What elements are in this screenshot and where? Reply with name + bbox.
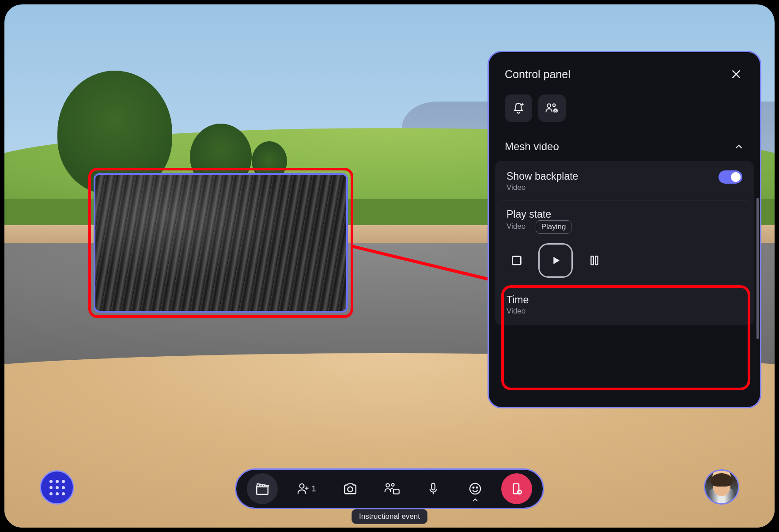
app-menu-button[interactable] — [40, 470, 74, 505]
setting-sublabel: Video — [507, 307, 742, 316]
chevron-up-icon — [472, 498, 478, 502]
people-screen-icon — [384, 482, 400, 496]
svg-point-8 — [300, 484, 304, 488]
viewport: Control panel — [4, 4, 775, 528]
stop-button[interactable] — [509, 253, 524, 268]
stop-icon — [511, 254, 523, 267]
svg-rect-13 — [432, 483, 435, 490]
grid-icon — [49, 480, 65, 495]
screenshare-button[interactable] — [376, 473, 407, 504]
svg-point-11 — [392, 483, 394, 486]
panel-scrollbar[interactable] — [756, 198, 759, 339]
close-button[interactable] — [728, 66, 744, 82]
section-header-mesh-video[interactable]: Mesh video — [489, 132, 760, 161]
setting-play-state: Play state Video Playing — [495, 200, 754, 286]
video-screen-highlight — [88, 168, 353, 318]
play-icon — [549, 254, 562, 267]
section-title: Mesh video — [505, 140, 559, 153]
camera-button[interactable] — [335, 473, 366, 504]
control-panel: Control panel — [488, 51, 761, 408]
backplate-toggle[interactable] — [718, 170, 742, 184]
svg-point-2 — [553, 104, 556, 106]
close-icon — [730, 68, 742, 80]
avatar-button[interactable] — [704, 469, 739, 505]
notify-action-button[interactable] — [505, 94, 532, 122]
people-button[interactable]: 1 — [288, 473, 324, 504]
microphone-icon — [427, 481, 440, 496]
people-action-button[interactable] — [538, 94, 566, 122]
reactions-button[interactable] — [460, 473, 491, 504]
people-count: 1 — [311, 484, 316, 494]
video-content — [95, 175, 346, 311]
setting-label: Time — [507, 294, 742, 306]
setting-label: Play state — [507, 208, 742, 220]
pause-button[interactable] — [587, 253, 602, 268]
svg-point-10 — [386, 483, 390, 487]
play-controls — [509, 243, 742, 278]
camera-icon — [343, 481, 358, 496]
people-mic-icon — [545, 102, 559, 115]
play-state-badge: Playing — [536, 220, 572, 234]
mic-button[interactable] — [418, 473, 449, 504]
smiley-icon — [468, 482, 482, 496]
panel-title: Control panel — [505, 68, 571, 81]
bottom-toolbar: 1 — [235, 468, 544, 509]
chevron-up-icon — [734, 141, 744, 152]
clapperboard-icon — [255, 481, 270, 496]
play-button[interactable] — [538, 243, 573, 278]
svg-point-16 — [476, 487, 477, 488]
avatar-hair — [711, 473, 732, 487]
setting-sublabel: Video — [507, 222, 526, 230]
pause-icon — [589, 254, 600, 267]
svg-rect-7 — [595, 256, 597, 265]
setting-time: Time Video — [495, 286, 754, 324]
setting-show-backplate: Show backplate Video — [495, 162, 754, 200]
person-icon — [296, 482, 310, 495]
svg-point-1 — [547, 104, 551, 107]
svg-rect-4 — [555, 109, 556, 112]
clapper-button[interactable] — [247, 473, 278, 504]
setting-sublabel: Video — [507, 183, 578, 192]
svg-rect-5 — [513, 257, 521, 265]
leave-button[interactable] — [501, 473, 532, 504]
toolbar-tooltip: Instructional event — [352, 509, 427, 524]
video-screen[interactable] — [94, 173, 348, 313]
svg-point-15 — [473, 487, 474, 488]
svg-point-14 — [470, 483, 480, 494]
svg-rect-6 — [591, 256, 593, 265]
svg-rect-12 — [393, 489, 399, 494]
section-body: Show backplate Video Play state Video Pl… — [495, 161, 754, 325]
bell-sparkle-icon — [512, 102, 525, 115]
setting-label: Show backplate — [507, 170, 578, 182]
leave-icon — [510, 481, 523, 496]
svg-point-9 — [348, 487, 352, 492]
